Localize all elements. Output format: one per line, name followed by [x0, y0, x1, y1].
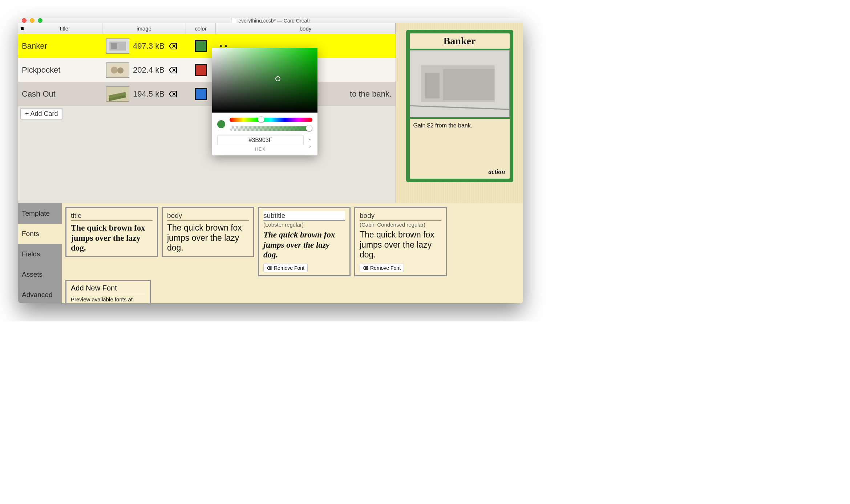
hex-label: HEX: [217, 147, 304, 152]
add-card-button[interactable]: + Add Card: [20, 108, 63, 119]
card-preview-image: [410, 50, 510, 117]
card-preview-type: action: [488, 168, 505, 176]
font-name-input[interactable]: [360, 211, 441, 221]
chevron-up-icon[interactable]: ⌃: [308, 138, 311, 143]
image-size: 497.3 kB: [133, 41, 165, 51]
fonts-link[interactable]: fonts.google.com: [71, 302, 112, 303]
table-row[interactable]: Cash Out 194.5 kB • •: [18, 82, 396, 106]
bottom-panel: Template Fonts Fields Assets Advanced Th…: [18, 203, 523, 303]
cell-color[interactable]: [186, 34, 216, 58]
col-body[interactable]: body: [216, 23, 396, 34]
svg-point-4: [111, 66, 118, 73]
svg-rect-11: [425, 73, 439, 98]
current-color-swatch: [217, 120, 225, 128]
cell-image[interactable]: 497.3 kB: [102, 34, 186, 58]
saturation-thumb[interactable]: [275, 76, 280, 81]
alpha-slider[interactable]: [230, 126, 312, 131]
tab-fields[interactable]: Fields: [18, 244, 62, 264]
fonts-area: The quick brown fox jumps over the lazy …: [62, 203, 523, 303]
add-font-text: Preview available fonts at fonts.google.…: [71, 296, 145, 303]
side-tabs: Template Fonts Fields Assets Advanced: [18, 203, 62, 303]
svg-rect-12: [443, 69, 495, 100]
card-preview-body: Gain $2 from the bank. action: [410, 119, 510, 179]
delete-image-icon[interactable]: [168, 65, 178, 75]
image-thumb: [106, 62, 129, 78]
svg-rect-2: [111, 43, 117, 49]
font-card: The quick brown fox jumps over the lazy …: [65, 207, 158, 257]
card-preview: Banker Gain $2 from the bank. action: [406, 30, 513, 182]
card-preview-body-text: Gain $2 from the bank.: [413, 122, 473, 129]
cell-color[interactable]: [186, 58, 216, 82]
image-thumb: [106, 38, 129, 54]
delete-image-icon[interactable]: [168, 89, 178, 99]
cell-title[interactable]: Banker: [18, 34, 102, 58]
table-header: title image color body: [18, 23, 396, 34]
font-name-input[interactable]: [263, 211, 345, 221]
font-family-label: (Lobster regular): [263, 221, 345, 228]
remove-font-label: Remove Font: [274, 265, 304, 271]
format-stepper[interactable]: ⌃ ⌄: [307, 138, 312, 149]
image-size: 202.4 kB: [133, 65, 165, 75]
tab-advanced[interactable]: Advanced: [18, 285, 62, 303]
font-sample: The quick brown fox jumps over the lazy …: [71, 223, 153, 253]
saturation-field[interactable]: [212, 48, 317, 113]
font-sample: The quick brown fox jumps over the lazy …: [360, 230, 441, 260]
col-color[interactable]: color: [186, 23, 216, 34]
color-swatch[interactable]: [195, 40, 207, 52]
cell-image[interactable]: 202.4 kB: [102, 58, 186, 82]
font-name-input[interactable]: [167, 211, 249, 221]
cell-color[interactable]: [186, 82, 216, 106]
hex-input[interactable]: [217, 135, 304, 145]
tab-template[interactable]: Template: [18, 203, 62, 224]
col-select[interactable]: [18, 23, 26, 34]
remove-font-button[interactable]: Remove Font: [263, 264, 308, 272]
cards-table: title image color body Banker 497.3 kB: [18, 23, 396, 203]
image-size: 194.5 kB: [133, 89, 165, 99]
color-swatch[interactable]: [195, 64, 207, 76]
color-swatch[interactable]: [195, 88, 207, 100]
table-body: Banker 497.3 kB • •: [18, 34, 396, 203]
col-title[interactable]: title: [26, 23, 102, 34]
font-card: (Cabin Condensed regular) The quick brow…: [354, 207, 447, 276]
cell-image[interactable]: 194.5 kB: [102, 82, 186, 106]
cell-title[interactable]: Cash Out: [18, 82, 102, 106]
delete-image-icon[interactable]: [168, 41, 178, 51]
card-preview-panel: Banker Gain $2 from the bank. action: [396, 23, 523, 203]
card-preview-title: Banker: [410, 33, 510, 49]
tab-fonts[interactable]: Fonts: [18, 224, 62, 244]
svg-point-5: [117, 67, 124, 73]
font-card: The quick brown fox jumps over the lazy …: [162, 207, 254, 257]
table-row[interactable]: Pickpocket 202.4 kB • •: [18, 58, 396, 82]
titlebar: everything.ccsb* — Card Creatr: [18, 18, 523, 23]
color-picker[interactable]: HEX ⌃ ⌄: [212, 48, 317, 155]
hue-slider[interactable]: [230, 118, 312, 122]
table-row[interactable]: Banker 497.3 kB • •: [18, 34, 396, 58]
add-font-heading: Add New Font: [71, 284, 145, 294]
add-font-panel: Add New Font Preview available fonts at …: [65, 280, 151, 303]
cell-title[interactable]: Pickpocket: [18, 58, 102, 82]
chevron-down-icon[interactable]: ⌄: [308, 144, 311, 149]
font-sample: The quick brown fox jumps over the lazy …: [167, 223, 249, 253]
image-thumb: [106, 86, 129, 102]
remove-font-button[interactable]: Remove Font: [360, 264, 404, 272]
col-image[interactable]: image: [102, 23, 186, 34]
font-name-input[interactable]: [71, 211, 153, 221]
remove-font-label: Remove Font: [370, 265, 401, 271]
font-sample: The quick brown fox jumps over the lazy …: [263, 230, 345, 260]
tab-assets[interactable]: Assets: [18, 264, 62, 285]
font-family-label: (Cabin Condensed regular): [360, 221, 441, 228]
app-window: everything.ccsb* — Card Creatr title ima…: [18, 18, 523, 303]
font-card: (Lobster regular) The quick brown fox ju…: [258, 207, 351, 276]
window-title-text: everything.ccsb* — Card Creatr: [238, 18, 310, 24]
